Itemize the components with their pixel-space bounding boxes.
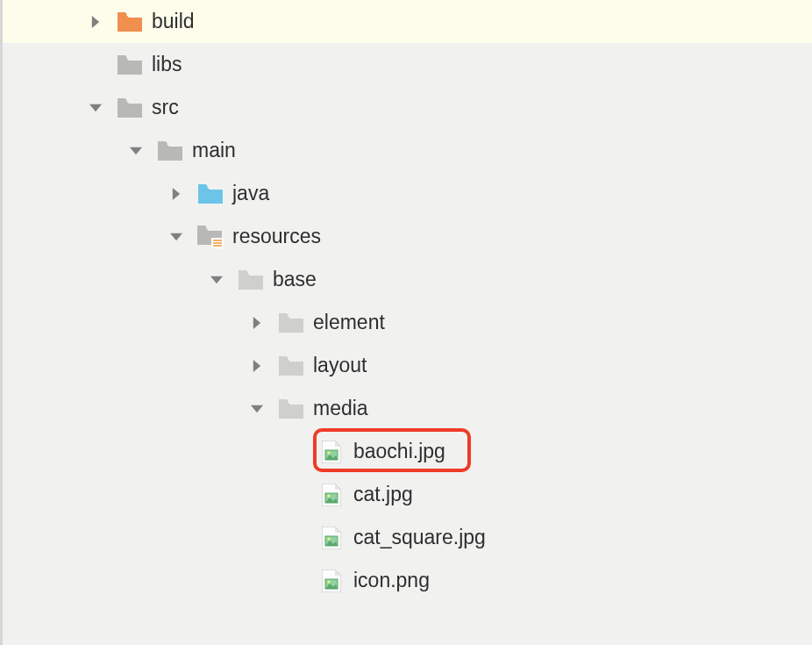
- tree-item-label: element: [313, 311, 385, 334]
- tree-item-element[interactable]: element: [3, 301, 812, 344]
- tree-item-label: layout: [313, 354, 367, 377]
- expand-arrow-icon[interactable]: [248, 357, 266, 375]
- tree-item-layout[interactable]: layout: [3, 344, 812, 387]
- collapse-arrow-icon[interactable]: [167, 228, 185, 246]
- tree-item-label: cat_square.jpg: [353, 526, 486, 549]
- tree-item-baochi[interactable]: baochi.jpg: [3, 430, 812, 473]
- expand-arrow-icon[interactable]: [167, 185, 185, 203]
- folder-icon: [157, 140, 183, 162]
- tree-item-resources[interactable]: resources: [3, 215, 812, 258]
- image-file-icon: [318, 570, 345, 592]
- tree-item-java[interactable]: java: [3, 172, 812, 215]
- tree-item-label: resources: [232, 225, 321, 248]
- collapse-arrow-icon[interactable]: [208, 271, 225, 289]
- expand-arrow-icon[interactable]: [248, 314, 266, 332]
- tree-item-label: libs: [152, 53, 182, 76]
- tree-item-label: baochi.jpg: [353, 440, 445, 463]
- folder-icon: [278, 312, 304, 334]
- tree-item-cat-square[interactable]: cat_square.jpg: [3, 516, 812, 559]
- folder-icon: [117, 11, 143, 33]
- tree-item-libs[interactable]: libs: [3, 43, 812, 86]
- svg-point-5: [327, 451, 330, 454]
- tree-item-main[interactable]: main: [3, 129, 812, 172]
- collapse-arrow-icon[interactable]: [87, 99, 104, 117]
- svg-point-7: [327, 494, 330, 497]
- expand-arrow-icon[interactable]: [87, 13, 104, 31]
- tree-item-label: cat.jpg: [353, 483, 413, 506]
- image-file-icon: [318, 441, 345, 463]
- tree-item-icon-png[interactable]: icon.png: [3, 559, 812, 602]
- tree-item-label: main: [192, 139, 236, 162]
- tree-item-label: media: [313, 397, 368, 420]
- folder-icon: [238, 269, 264, 291]
- tree-item-build[interactable]: build: [3, 0, 812, 43]
- tree-item-cat[interactable]: cat.jpg: [3, 473, 812, 516]
- tree-item-label: src: [152, 96, 179, 119]
- tree-item-label: icon.png: [353, 569, 430, 592]
- source-folder-icon: [197, 183, 224, 205]
- image-file-icon: [318, 527, 345, 549]
- tree-item-base[interactable]: base: [3, 258, 812, 301]
- folder-icon: [117, 54, 143, 76]
- tree-item-label: base: [273, 268, 317, 291]
- collapse-arrow-icon[interactable]: [248, 400, 266, 418]
- tree-item-label: build: [152, 10, 195, 33]
- folder-icon: [117, 97, 143, 119]
- svg-point-11: [327, 580, 330, 583]
- resources-folder-icon: [197, 226, 224, 248]
- folder-icon: [278, 398, 304, 420]
- collapse-arrow-icon[interactable]: [127, 142, 145, 160]
- folder-icon: [278, 355, 304, 377]
- tree-item-label: java: [232, 182, 269, 205]
- tree-item-media[interactable]: media: [3, 387, 812, 430]
- tree-item-src[interactable]: src: [3, 86, 812, 129]
- svg-point-9: [327, 537, 330, 540]
- image-file-icon: [318, 484, 345, 506]
- project-tree: build libs src main: [3, 0, 812, 602]
